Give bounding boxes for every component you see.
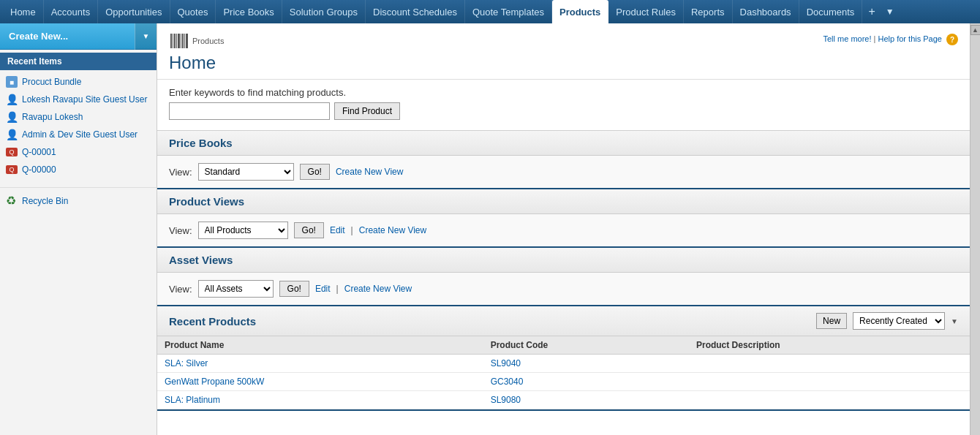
user-icon: 👤: [6, 94, 18, 105]
asset-views-section: Asset Views View: All Assets Active Asse…: [157, 248, 970, 306]
product-views-view-row: View: All Products Active Products Inact…: [169, 222, 958, 239]
nav-more-dropdown[interactable]: ▼: [881, 0, 899, 23]
list-item[interactable]: ■ Procuct Bundle: [0, 73, 157, 91]
list-item[interactable]: 👤 Admin & Dev Site Guest User: [0, 126, 157, 143]
asset-views-create-new-view-link[interactable]: Create New View: [344, 284, 412, 294]
asset-views-go-button[interactable]: Go!: [279, 281, 309, 297]
price-books-section: Price Books View: Standard All Price Boo…: [157, 131, 970, 189]
product-views-create-new-view-link[interactable]: Create New View: [359, 225, 426, 235]
asset-views-view-select[interactable]: All Assets Active Assets: [198, 280, 274, 298]
price-books-go-button[interactable]: Go!: [300, 164, 330, 180]
recent-products-controls: New Recently Created Recently Modified P…: [816, 312, 958, 330]
right-scrollbar[interactable]: ▲: [970, 23, 980, 435]
barcode-icon: [169, 31, 189, 51]
nav-product-rules[interactable]: Product Rules: [608, 0, 684, 23]
product-description-cell: [689, 391, 970, 409]
recent-items-title: Recent Items: [0, 53, 157, 70]
nav-products[interactable]: Products: [552, 0, 608, 23]
nav-plus-button[interactable]: +: [862, 0, 881, 23]
recent-item-link[interactable]: Lokesh Ravapu Site Guest User: [22, 94, 147, 105]
product-name-cell: SLA: Platinum: [157, 391, 483, 409]
list-item[interactable]: Q Q-00000: [0, 161, 157, 178]
nav-quotes[interactable]: Quotes: [170, 0, 216, 23]
nav-accounts[interactable]: Accounts: [44, 0, 98, 23]
nav-opportunities[interactable]: Opportunities: [98, 0, 170, 23]
help-links: Tell me more! | Help for this Page ?: [823, 31, 958, 45]
help-question-icon[interactable]: ?: [946, 34, 958, 45]
product-views-edit-link[interactable]: Edit: [330, 225, 345, 235]
sidebar: Create New... ▼ Recent Items ■ Procuct B…: [0, 23, 157, 435]
svg-rect-7: [184, 34, 185, 48]
product-code-link[interactable]: SL9040: [491, 358, 521, 368]
recent-products-title: Recent Products: [169, 315, 256, 328]
svg-rect-5: [181, 34, 181, 48]
nav-solution-groups[interactable]: Solution Groups: [282, 0, 366, 23]
help-for-page-link[interactable]: Help for this Page: [878, 34, 942, 43]
create-new-button[interactable]: Create New... ▼: [0, 23, 157, 50]
product-name-link[interactable]: GenWatt Propane 500kW: [165, 377, 264, 387]
recent-item-link[interactable]: Ravapu Lokesh: [22, 112, 83, 122]
table-header-row: Product Name Product Code Product Descri…: [157, 336, 970, 355]
recent-products-header: Recent Products New Recently Created Rec…: [157, 306, 970, 336]
search-input[interactable]: [169, 102, 330, 120]
product-name-link[interactable]: SLA: Platinum: [165, 395, 220, 405]
scroll-up-arrow-icon[interactable]: ▲: [970, 25, 981, 35]
recycle-bin-item[interactable]: ♻ Recycle Bin: [0, 187, 157, 213]
product-views-body: View: All Products Active Products Inact…: [157, 214, 970, 246]
price-books-create-new-view-link[interactable]: Create New View: [336, 167, 403, 177]
nav-reports[interactable]: Reports: [684, 0, 733, 23]
create-new-arrow-icon[interactable]: ▼: [135, 23, 157, 50]
top-navigation: Home Accounts Opportunities Quotes Price…: [0, 0, 980, 23]
svg-rect-6: [182, 34, 184, 48]
find-product-button[interactable]: Find Product: [334, 102, 400, 120]
product-views-view-select[interactable]: All Products Active Products Inactive Pr…: [198, 222, 288, 239]
search-row: Find Product: [169, 102, 958, 120]
bundle-icon: ■: [6, 76, 18, 88]
svg-rect-3: [176, 34, 177, 48]
page-title-area: Products Home: [169, 31, 224, 73]
nav-documents[interactable]: Documents: [799, 0, 863, 23]
asset-views-edit-link[interactable]: Edit: [315, 284, 331, 294]
nav-discount-schedules[interactable]: Discount Schedules: [366, 0, 465, 23]
recent-item-link[interactable]: Q-00000: [22, 164, 56, 175]
product-views-section: Product Views View: All Products Active …: [157, 189, 970, 248]
tell-me-more-link[interactable]: Tell me more!: [823, 34, 871, 43]
recent-item-link[interactable]: Admin & Dev Site Guest User: [22, 129, 137, 140]
recycle-bin-link[interactable]: Recycle Bin: [22, 196, 68, 206]
product-code-link[interactable]: SL9080: [491, 395, 521, 405]
svg-rect-1: [173, 34, 173, 48]
product-name-link[interactable]: SLA: Silver: [165, 358, 208, 368]
product-views-go-button[interactable]: Go!: [294, 222, 324, 238]
recent-products-section: Recent Products New Recently Created Rec…: [157, 306, 970, 411]
list-item[interactable]: Q Q-00001: [0, 143, 157, 161]
recycle-bin-icon: ♻: [6, 194, 16, 208]
recent-item-link[interactable]: Q-00001: [22, 147, 56, 157]
product-views-separator: |: [351, 225, 353, 235]
user-icon: 👤: [6, 111, 18, 123]
page-title: Home: [169, 53, 224, 73]
nav-quote-templates[interactable]: Quote Templates: [465, 0, 552, 23]
recent-products-sort-select[interactable]: Recently Created Recently Modified Produ…: [853, 312, 945, 330]
column-product-name: Product Name: [157, 336, 483, 355]
nav-dashboards[interactable]: Dashboards: [733, 0, 799, 23]
main-content: Products Home Tell me more! | Help for t…: [157, 23, 970, 435]
create-new-label: Create New...: [0, 31, 135, 42]
product-code-cell: SL9040: [483, 355, 689, 373]
list-item[interactable]: 👤 Lokesh Ravapu Site Guest User: [0, 91, 157, 108]
recent-products-new-button[interactable]: New: [816, 313, 847, 329]
product-code-cell: SL9080: [483, 391, 689, 409]
breadcrumb: Products: [169, 31, 224, 51]
asset-views-separator: |: [336, 284, 339, 294]
recent-item-link[interactable]: Procuct Bundle: [22, 77, 81, 87]
product-code-link[interactable]: GC3040: [491, 377, 524, 387]
quote-icon: Q: [6, 164, 18, 175]
product-description-cell: [689, 355, 970, 373]
svg-rect-4: [178, 34, 180, 48]
column-product-description: Product Description: [689, 336, 970, 355]
product-views-view-label: View:: [169, 225, 192, 236]
price-books-view-select[interactable]: Standard All Price Books Active Price Bo…: [198, 163, 294, 181]
nav-home[interactable]: Home: [3, 0, 44, 23]
list-item[interactable]: 👤 Ravapu Lokesh: [0, 108, 157, 126]
nav-price-books[interactable]: Price Books: [216, 0, 282, 23]
price-books-title: Price Books: [157, 131, 970, 156]
